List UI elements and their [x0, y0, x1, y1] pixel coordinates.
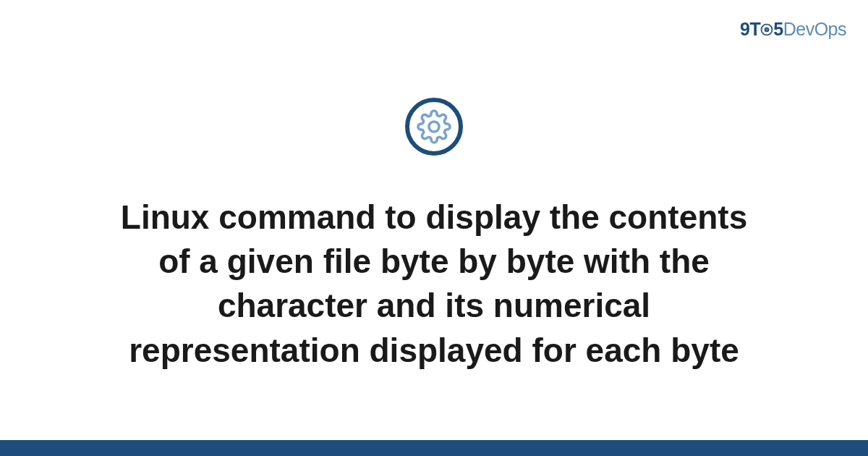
- center-gear-icon: [405, 98, 463, 156]
- logo-text-9t: 9T: [740, 19, 760, 39]
- logo-text-5: 5: [773, 19, 783, 39]
- page-title: Linux command to display the contents of…: [109, 195, 760, 373]
- site-logo: 9T 5DevOps: [740, 19, 846, 40]
- footer-bar: [0, 440, 868, 456]
- gear-icon: [760, 22, 774, 37]
- logo-text-devops: DevOps: [783, 19, 846, 39]
- svg-point-1: [765, 28, 769, 32]
